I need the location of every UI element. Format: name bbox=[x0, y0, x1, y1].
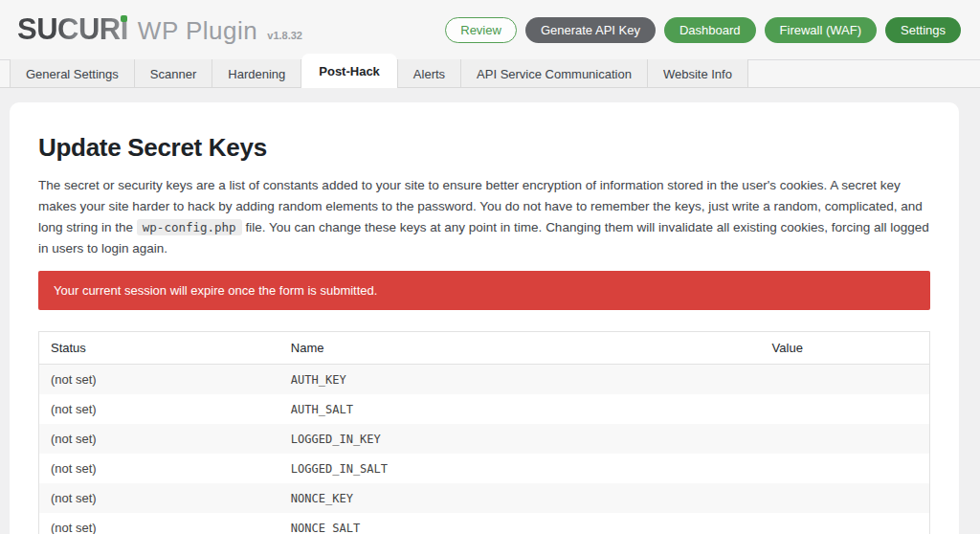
logo-green-dot-icon bbox=[121, 15, 127, 22]
tab-hardening[interactable]: Hardening bbox=[212, 59, 301, 88]
top-header: SUCURI WP Plugin v1.8.32 Review Generate… bbox=[0, 0, 980, 59]
alert-text: Your current session will expire once th… bbox=[54, 283, 377, 298]
settings-button[interactable]: Settings bbox=[885, 17, 961, 43]
status-cell: (not set) bbox=[39, 394, 279, 424]
key-name-cell: AUTH_SALT bbox=[279, 394, 761, 424]
table-row: (not set) LOGGED_IN_KEY bbox=[39, 424, 930, 454]
product-name: WP Plugin bbox=[138, 16, 257, 46]
value-cell bbox=[761, 454, 930, 483]
table-row: (not set) AUTH_KEY bbox=[39, 365, 930, 395]
settings-tab-bar: General Settings Scanner Hardening Post-… bbox=[0, 59, 980, 88]
tab-scanner[interactable]: Scanner bbox=[135, 59, 212, 88]
value-cell bbox=[761, 513, 930, 534]
column-header-status: Status bbox=[39, 332, 279, 365]
key-name-cell: NONCE_SALT bbox=[279, 513, 761, 534]
table-row: (not set) NONCE_KEY bbox=[39, 483, 930, 513]
tab-website-info[interactable]: Website Info bbox=[648, 59, 748, 88]
status-cell: (not set) bbox=[39, 424, 279, 454]
content-panel: Update Secret Keys The secret or securit… bbox=[10, 102, 959, 534]
key-name-cell: LOGGED_IN_SALT bbox=[279, 454, 761, 483]
sucuri-brand-wordmark: SUCURI bbox=[17, 12, 128, 47]
page-title: Update Secret Keys bbox=[38, 133, 930, 163]
wp-config-code-chip: wp-config.php bbox=[137, 219, 242, 235]
tab-general-settings[interactable]: General Settings bbox=[10, 59, 135, 88]
key-name-cell: LOGGED_IN_KEY bbox=[279, 424, 761, 454]
table-row: (not set) AUTH_SALT bbox=[39, 394, 930, 424]
value-cell bbox=[761, 483, 930, 513]
secret-keys-table: Status Name Value (not set) AUTH_KEY (no… bbox=[38, 331, 930, 534]
key-name-cell: AUTH_KEY bbox=[279, 365, 761, 395]
value-cell bbox=[761, 394, 930, 424]
generate-api-key-button[interactable]: Generate API Key bbox=[525, 17, 656, 43]
tab-alerts[interactable]: Alerts bbox=[397, 59, 461, 88]
value-cell bbox=[761, 365, 930, 395]
column-header-name: Name bbox=[279, 332, 761, 365]
tab-post-hack[interactable]: Post-Hack bbox=[301, 54, 397, 88]
brand-text: SUCURI bbox=[17, 12, 128, 46]
status-cell: (not set) bbox=[39, 483, 279, 513]
dashboard-button[interactable]: Dashboard bbox=[664, 17, 756, 43]
session-expiry-alert: Your current session will expire once th… bbox=[38, 271, 930, 310]
tab-api-service-communication[interactable]: API Service Communication bbox=[461, 59, 648, 88]
version-label: v1.8.32 bbox=[267, 30, 302, 41]
table-header-row: Status Name Value bbox=[39, 332, 930, 365]
description-paragraph: The secret or security keys are a list o… bbox=[38, 175, 930, 258]
firewall-waf-button[interactable]: Firewall (WAF) bbox=[765, 17, 877, 43]
review-button[interactable]: Review bbox=[445, 17, 517, 43]
spacer bbox=[0, 88, 980, 102]
key-name-cell: NONCE_KEY bbox=[279, 483, 761, 513]
table-row: (not set) NONCE_SALT bbox=[39, 513, 930, 534]
value-cell bbox=[761, 424, 930, 454]
sucuri-logo: SUCURI WP Plugin v1.8.32 bbox=[17, 12, 302, 47]
header-actions: Review Generate API Key Dashboard Firewa… bbox=[445, 17, 961, 43]
status-cell: (not set) bbox=[39, 513, 279, 534]
column-header-value: Value bbox=[761, 332, 930, 365]
status-cell: (not set) bbox=[39, 365, 279, 395]
table-row: (not set) LOGGED_IN_SALT bbox=[39, 454, 930, 483]
status-cell: (not set) bbox=[39, 454, 279, 483]
